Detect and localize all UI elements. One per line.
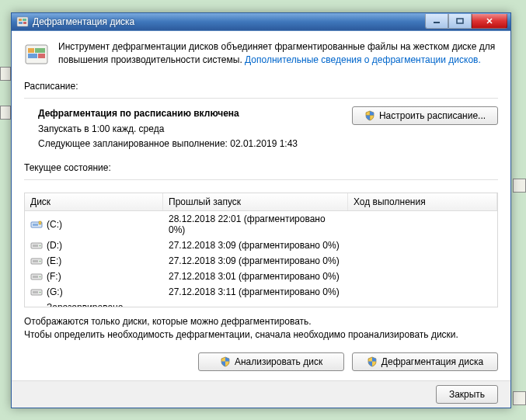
svg-rect-18 — [33, 260, 38, 262]
svg-rect-10 — [28, 54, 37, 58]
shield-icon — [220, 356, 231, 367]
disk-name: (F:) — [47, 271, 61, 282]
intro-text: Инструмент дефрагментации дисков объедин… — [58, 40, 498, 67]
disk-progress — [348, 224, 497, 225]
disk-name: Зарезервировано системой — [47, 302, 158, 307]
note-line2: Чтобы определить необходимость дефрагмен… — [24, 328, 498, 342]
defrag-window: Дефрагментация диска Инструмент дефрагме… — [11, 12, 511, 408]
disk-name: (D:) — [47, 240, 62, 251]
close-dialog-button[interactable]: Закрыть — [436, 385, 498, 404]
disk-last-run: 27.12.2018 3:09 (фрагментировано 0%) — [163, 255, 348, 267]
svg-point-25 — [40, 292, 41, 293]
configure-schedule-button[interactable]: Настроить расписание... — [352, 106, 498, 125]
disk-name: (E:) — [47, 255, 61, 266]
status-label: Текущее состояние: — [24, 162, 498, 173]
disk-icon — [30, 256, 43, 266]
divider — [24, 98, 498, 99]
minimize-button[interactable] — [425, 14, 448, 29]
shield-icon — [364, 110, 375, 121]
disk-name: (G:) — [47, 286, 63, 297]
disk-icon — [30, 287, 43, 297]
svg-rect-3 — [19, 22, 23, 24]
schedule-label: Расписание: — [24, 81, 498, 92]
close-label: Закрыть — [449, 389, 485, 400]
defrag-disk-button[interactable]: Дефрагментация диска — [352, 352, 498, 371]
svg-rect-6 — [457, 19, 463, 23]
intro-block: Инструмент дефрагментации дисков объедин… — [24, 40, 498, 67]
svg-rect-5 — [434, 22, 440, 23]
svg-point-22 — [40, 276, 41, 278]
note-block: Отображаются только диски, которые можно… — [24, 315, 498, 342]
disk-last-run: 27.12.2018 3:11 (фрагментировано 0%) — [163, 286, 348, 298]
header-progress[interactable]: Ход выполнения — [348, 193, 497, 210]
svg-rect-8 — [28, 48, 34, 53]
divider — [24, 179, 498, 180]
shield-icon — [367, 356, 378, 367]
header-disk[interactable]: Диск — [25, 193, 163, 210]
schedule-next-run: Следующее запланированное выполнение: 02… — [38, 137, 298, 151]
disk-icon — [30, 241, 43, 250]
configure-schedule-label: Настроить расписание... — [379, 110, 486, 121]
disk-last-run: 28.12.2018 22:01 (фрагментировано 0%) — [163, 213, 348, 236]
disk-list-header: Диск Прошлый запуск Ход выполнения — [25, 193, 497, 211]
defrag-disk-label: Дефрагментация диска — [381, 356, 483, 367]
app-icon — [16, 16, 29, 28]
svg-rect-24 — [33, 291, 38, 293]
analyze-disk-label: Анализировать диск — [235, 356, 322, 367]
svg-rect-13 — [33, 224, 38, 226]
svg-rect-9 — [35, 48, 45, 53]
titlebar[interactable]: Дефрагментация диска — [12, 13, 510, 30]
disk-progress — [348, 291, 497, 293]
table-row[interactable]: (E:)27.12.2018 3:09 (фрагментировано 0%) — [25, 253, 497, 269]
disk-last-run: 27.12.2018 3:01 (фрагментировано 0%) — [163, 270, 348, 283]
window-title: Дефрагментация диска — [33, 16, 425, 27]
content-area: Инструмент дефрагментации дисков объедин… — [12, 30, 510, 380]
svg-point-19 — [40, 261, 41, 262]
defrag-icon — [24, 42, 49, 67]
schedule-status-title: Дефрагментация по расписанию включена — [38, 106, 298, 121]
dialog-footer: Закрыть — [12, 380, 510, 408]
disk-icon — [30, 272, 43, 281]
schedule-runs-at: Запускать в 1:00 кажд. среда — [38, 122, 298, 137]
schedule-info: Дефрагментация по расписанию включена За… — [24, 106, 298, 151]
learn-more-link[interactable]: Дополнительные сведения о дефрагментации… — [245, 54, 481, 65]
disk-progress — [348, 245, 497, 246]
svg-rect-15 — [33, 245, 38, 247]
disk-name: (C:) — [47, 219, 62, 230]
table-row[interactable]: (C:)28.12.2018 22:01 (фрагментировано 0%… — [25, 211, 497, 238]
table-row[interactable]: Зарезервировано системой27.12.2018 3:01 … — [25, 300, 497, 307]
disk-progress — [348, 260, 497, 262]
note-line1: Отображаются только диски, которые можно… — [24, 315, 498, 328]
disk-list: Диск Прошлый запуск Ход выполнения (C:)2… — [24, 193, 498, 307]
table-row[interactable]: (D:)27.12.2018 3:09 (фрагментировано 0%) — [25, 238, 497, 253]
disk-progress — [348, 276, 497, 277]
svg-rect-2 — [23, 19, 26, 21]
header-last-run[interactable]: Прошлый запуск — [163, 193, 348, 210]
analyze-disk-button[interactable]: Анализировать диск — [198, 352, 344, 371]
disk-last-run: 27.12.2018 3:01 (фрагментировано 0%) — [163, 307, 348, 307]
svg-rect-11 — [38, 54, 45, 58]
svg-rect-4 — [23, 22, 26, 24]
disk-icon — [30, 220, 43, 229]
maximize-button[interactable] — [448, 14, 472, 29]
svg-rect-21 — [33, 276, 38, 278]
close-button[interactable] — [472, 14, 507, 29]
table-row[interactable]: (G:)27.12.2018 3:11 (фрагментировано 0%) — [25, 284, 497, 300]
disk-last-run: 27.12.2018 3:09 (фрагментировано 0%) — [163, 239, 348, 252]
table-row[interactable]: (F:)27.12.2018 3:01 (фрагментировано 0%) — [25, 269, 497, 284]
svg-rect-1 — [19, 19, 22, 21]
svg-point-16 — [40, 245, 41, 247]
